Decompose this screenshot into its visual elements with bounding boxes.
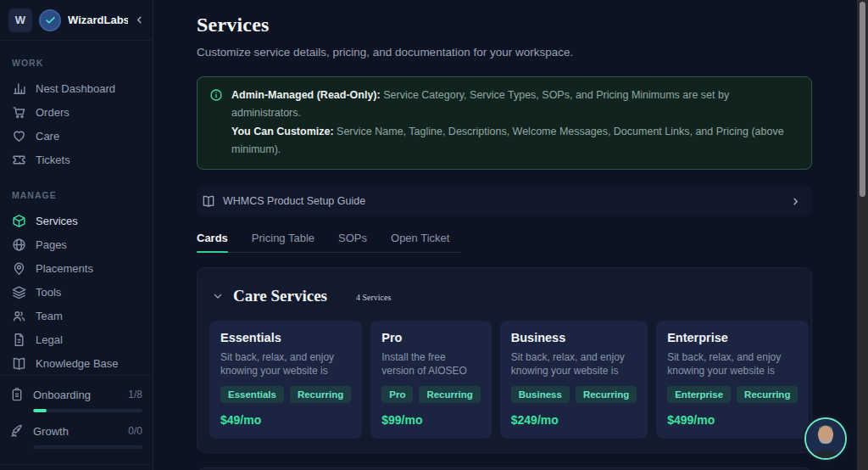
open-book-icon — [12, 356, 26, 371]
sidebar-item-placements[interactable]: Placements — [10, 256, 142, 280]
card-price: $499/mo — [667, 413, 798, 427]
chevron-left-icon[interactable] — [135, 15, 144, 25]
page-scrollbar — [857, 0, 868, 470]
rocket-icon — [10, 424, 24, 438]
bar-chart-icon — [12, 81, 26, 96]
card-description: Sit back, relax, and enjoy knowing your … — [667, 350, 798, 378]
tab-cards[interactable]: Cards — [197, 227, 228, 252]
badge: Recurring — [290, 386, 351, 403]
sidebar-item-label: Services — [36, 215, 78, 227]
sidebar-progress-area: Onboarding 1/8 Growth 0/0 — [0, 375, 153, 464]
badge: Recurring — [576, 386, 637, 403]
admin-info-banner: Admin-Managed (Read-Only): Service Categ… — [197, 76, 812, 170]
onboarding-label: Onboarding — [33, 389, 91, 401]
sidebar-item-pages[interactable]: Pages — [10, 232, 142, 256]
user-row[interactable]: A albusdumbledore ⚙ — [0, 464, 153, 470]
banner-line-2: You Can Customize: Service Name, Tagline… — [231, 123, 799, 159]
globe-icon — [12, 238, 26, 252]
tab-open-ticket[interactable]: Open Ticket — [391, 227, 449, 252]
service-card-pro[interactable]: Pro Install the free version of AIOSEO p… — [370, 321, 492, 439]
service-card-essentials[interactable]: Essentials Sit back, relax, and enjoy kn… — [209, 321, 362, 439]
badge: Enterprise — [667, 386, 731, 403]
growth-progress-bar — [33, 445, 142, 449]
sidebar-item-legal[interactable]: Legal — [10, 327, 142, 351]
sidebar-item-label: Pages — [36, 238, 67, 251]
cart-icon — [12, 105, 26, 120]
whmcs-guide-row[interactable]: WHMCS Product Setup Guide — [197, 186, 812, 216]
chevron-right-icon — [791, 197, 800, 206]
sidebar: W WizardLabs Ho... WORK Nest Dashboard O… — [0, 0, 153, 470]
badge: Essentials — [220, 386, 284, 403]
care-services-header[interactable]: Care Services 4 Services — [209, 280, 799, 305]
chevron-down-icon — [213, 291, 223, 301]
tab-sops[interactable]: SOPs — [338, 227, 367, 252]
ticket-icon — [12, 153, 26, 167]
sidebar-item-label: Placements — [36, 262, 93, 275]
card-description: Sit back, relax, and enjoy knowing your … — [511, 350, 637, 378]
heart-icon — [12, 129, 26, 143]
sidebar-item-label: Tickets — [36, 154, 70, 166]
card-description: Install the free version of AIOSEO plugi… — [381, 350, 481, 378]
sidebar-nav: WORK Nest Dashboard Orders Care Tickets … — [0, 41, 153, 375]
workspace-logo: W — [8, 8, 32, 32]
badge: Recurring — [419, 386, 480, 403]
banner-line-2-label: You Can Customize: — [231, 126, 334, 137]
growth-item[interactable]: Growth 0/0 — [10, 421, 142, 441]
profile-photo-avatar[interactable] — [804, 417, 847, 460]
tab-pricing-table[interactable]: Pricing Table — [252, 227, 314, 252]
main-area: Services Customize service details, pric… — [154, 0, 857, 470]
sidebar-item-label: Legal — [36, 333, 63, 346]
card-price: $249/mo — [511, 413, 637, 427]
sidebar-item-label: Tools — [36, 286, 61, 299]
growth-label: Growth — [33, 425, 69, 438]
card-title: Pro — [381, 331, 481, 344]
info-icon — [209, 88, 223, 102]
growth-count: 0/0 — [128, 425, 142, 437]
card-price: $49/mo — [220, 413, 351, 427]
service-card-business[interactable]: Business Sit back, relax, and enjoy know… — [500, 321, 648, 439]
care-cards-grid: Essentials Sit back, relax, and enjoy kn… — [209, 321, 799, 439]
page-title: Services — [197, 14, 812, 36]
onboarding-item[interactable]: Onboarding 1/8 — [10, 384, 142, 405]
badge: Pro — [381, 386, 413, 403]
guide-label: WHMCS Product Setup Guide — [223, 195, 783, 207]
nav-section-manage: MANAGE — [12, 190, 142, 200]
open-book-icon — [202, 194, 215, 208]
clipboard-icon — [10, 388, 24, 401]
sidebar-item-care[interactable]: Care — [10, 124, 142, 148]
sidebar-item-knowledge-base[interactable]: Knowledge Base — [10, 351, 142, 375]
sidebar-item-tools[interactable]: Tools — [10, 280, 142, 304]
card-price: $99/mo — [381, 413, 481, 427]
service-card-enterprise[interactable]: Enterprise Sit back, relax, and enjoy kn… — [656, 321, 809, 439]
profile-photo — [806, 419, 845, 458]
sidebar-item-orders[interactable]: Orders — [10, 100, 142, 124]
onboarding-count: 1/8 — [128, 389, 142, 400]
nav-section-work: WORK — [12, 58, 142, 68]
sidebar-item-nest-dashboard[interactable]: Nest Dashboard — [10, 76, 142, 100]
card-description: Sit back, relax, and enjoy knowing your … — [220, 350, 351, 378]
tab-bar: Cards Pricing Table SOPs Open Ticket — [197, 227, 461, 253]
sidebar-item-services[interactable]: Services — [10, 209, 142, 232]
onboarding-progress-fill — [33, 409, 47, 412]
banner-line-1-label: Admin-Managed (Read-Only): — [231, 89, 381, 101]
card-title: Enterprise — [667, 331, 798, 344]
section-title: Care Services — [233, 287, 327, 305]
sidebar-item-label: Knowledge Base — [36, 357, 119, 370]
section-count: 4 Services — [356, 293, 391, 302]
sidebar-item-tickets[interactable]: Tickets — [10, 148, 142, 171]
card-title: Business — [511, 331, 637, 344]
badge: Recurring — [737, 386, 798, 403]
badge: Business — [511, 386, 570, 403]
card-title: Essentials — [220, 331, 351, 344]
onboarding-progress-bar — [33, 409, 142, 412]
banner-line-1: Admin-Managed (Read-Only): Service Categ… — [231, 87, 799, 123]
page-subtitle: Customize service details, pricing, and … — [197, 46, 812, 59]
map-pin-icon — [12, 261, 26, 276]
sidebar-item-label: Nest Dashboard — [36, 82, 115, 95]
sidebar-item-team[interactable]: Team — [10, 304, 142, 327]
sidebar-item-label: Care — [36, 130, 59, 143]
verified-check-icon — [39, 9, 61, 31]
scrollbar-thumb[interactable] — [860, 2, 865, 197]
team-icon — [12, 309, 26, 323]
workspace-header: W WizardLabs Ho... — [0, 0, 153, 41]
